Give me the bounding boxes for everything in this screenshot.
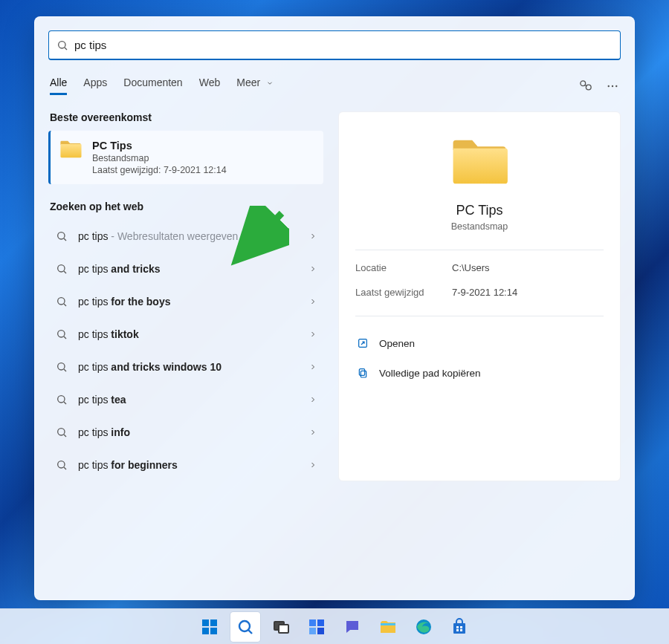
tab-web[interactable]: Web: [199, 77, 221, 95]
search-input[interactable]: [74, 39, 613, 51]
web-result-item[interactable]: pc tips for the boys: [48, 285, 323, 318]
svg-point-11: [58, 298, 65, 305]
tab-more[interactable]: Meer: [236, 77, 274, 95]
tab-apps[interactable]: Apps: [83, 77, 107, 95]
taskbar-search-button[interactable]: [230, 612, 260, 642]
web-result-text: pc tips for the boys: [78, 296, 298, 308]
chat-button[interactable]: [337, 612, 367, 642]
svg-rect-41: [453, 623, 465, 634]
more-options-icon[interactable]: [606, 79, 619, 93]
preview-title: PC Tips: [355, 203, 604, 218]
svg-line-20: [64, 435, 66, 437]
preview-pane: PC Tips Bestandsmap Locatie C:\Users Laa…: [338, 111, 621, 481]
chevron-right-icon: [308, 297, 317, 306]
svg-line-14: [64, 336, 66, 339]
svg-point-31: [239, 621, 250, 631]
web-result-text: pc tips and tricks: [78, 263, 298, 275]
results-column: Beste overeenkomst PC Tips Bestandsmap L…: [48, 111, 323, 481]
svg-line-22: [64, 467, 66, 469]
start-button[interactable]: [195, 612, 224, 642]
svg-point-15: [58, 363, 65, 370]
svg-point-13: [58, 331, 65, 337]
svg-rect-36: [317, 619, 324, 626]
svg-rect-43: [460, 626, 462, 628]
svg-rect-44: [456, 629, 459, 631]
task-view-button[interactable]: [266, 612, 296, 642]
search-icon: [56, 296, 68, 308]
search-icon: [56, 361, 68, 373]
tab-documents[interactable]: Documenten: [123, 77, 182, 95]
widgets-button[interactable]: [302, 612, 332, 642]
open-action[interactable]: Openen: [355, 328, 604, 358]
tab-all[interactable]: Alle: [50, 77, 67, 95]
svg-point-21: [58, 461, 65, 468]
chevron-right-icon: [308, 395, 317, 404]
chevron-right-icon: [308, 330, 317, 339]
search-icon: [56, 459, 68, 471]
best-match-title: PC Tips: [92, 140, 227, 152]
svg-rect-38: [317, 628, 324, 634]
search-scope-icon[interactable]: [579, 79, 592, 93]
svg-line-18: [64, 402, 66, 404]
preview-subtitle: Bestandsmap: [355, 221, 604, 232]
explorer-button[interactable]: [373, 612, 403, 642]
chevron-right-icon: [308, 428, 317, 437]
edge-button[interactable]: [409, 612, 439, 642]
svg-point-7: [58, 232, 65, 239]
svg-point-6: [615, 85, 617, 86]
web-result-item[interactable]: pc tips - Webresultaten weergeven: [48, 220, 323, 253]
modified-value: 7-9-2021 12:14: [452, 287, 604, 298]
svg-line-1: [65, 48, 67, 50]
svg-point-9: [58, 265, 65, 272]
web-search-heading: Zoeken op het web: [50, 201, 322, 212]
web-result-text: pc tips tiktok: [78, 328, 298, 340]
best-match-type: Bestandsmap: [92, 153, 227, 163]
svg-rect-25: [359, 369, 364, 376]
svg-line-8: [64, 238, 66, 241]
svg-rect-45: [460, 629, 462, 631]
web-result-item[interactable]: pc tips and tricks windows 10: [48, 351, 323, 383]
svg-point-4: [608, 85, 610, 86]
web-result-text: pc tips - Webresultaten weergeven: [78, 230, 298, 242]
svg-line-12: [64, 304, 66, 306]
copy-path-action[interactable]: Volledige pad kopiëren: [355, 358, 604, 388]
web-result-item[interactable]: pc tips info: [48, 416, 323, 449]
web-result-text: pc tips and tricks windows 10: [78, 361, 298, 373]
search-icon: [56, 426, 68, 438]
svg-rect-39: [381, 623, 395, 625]
svg-point-0: [59, 41, 65, 48]
search-bar[interactable]: [48, 30, 621, 60]
svg-rect-28: [210, 619, 217, 626]
web-result-item[interactable]: pc tips for beginners: [48, 449, 323, 481]
chevron-right-icon: [308, 264, 317, 273]
svg-rect-35: [309, 619, 316, 626]
search-icon: [56, 328, 68, 340]
svg-line-16: [64, 369, 66, 371]
search-icon: [56, 230, 68, 242]
search-icon: [56, 394, 68, 406]
web-result-item[interactable]: pc tips tea: [48, 383, 323, 416]
chevron-right-icon: [308, 362, 317, 371]
web-result-text: pc tips info: [78, 426, 298, 438]
web-result-text: pc tips tea: [78, 394, 298, 406]
svg-rect-30: [210, 628, 217, 634]
best-match-heading: Beste overeenkomst: [50, 111, 322, 123]
svg-line-32: [248, 630, 252, 634]
web-result-item[interactable]: pc tips and tricks: [48, 253, 323, 285]
svg-rect-24: [361, 371, 366, 377]
open-icon: [357, 337, 369, 349]
best-match-card[interactable]: PC Tips Bestandsmap Laatst gewijzigd: 7-…: [48, 131, 323, 184]
svg-line-10: [64, 271, 66, 273]
svg-rect-29: [202, 628, 209, 634]
taskbar: [0, 608, 669, 644]
store-button[interactable]: [445, 612, 474, 642]
web-result-item[interactable]: pc tips tiktok: [48, 318, 323, 351]
svg-rect-34: [279, 625, 288, 633]
copy-icon: [357, 367, 369, 379]
chevron-right-icon: [308, 461, 317, 469]
best-match-modified: Laatst gewijzigd: 7-9-2021 12:14: [92, 165, 227, 175]
svg-rect-27: [202, 619, 209, 626]
svg-rect-37: [309, 628, 316, 634]
web-result-text: pc tips for beginners: [78, 459, 298, 471]
chevron-down-icon: [266, 79, 274, 87]
